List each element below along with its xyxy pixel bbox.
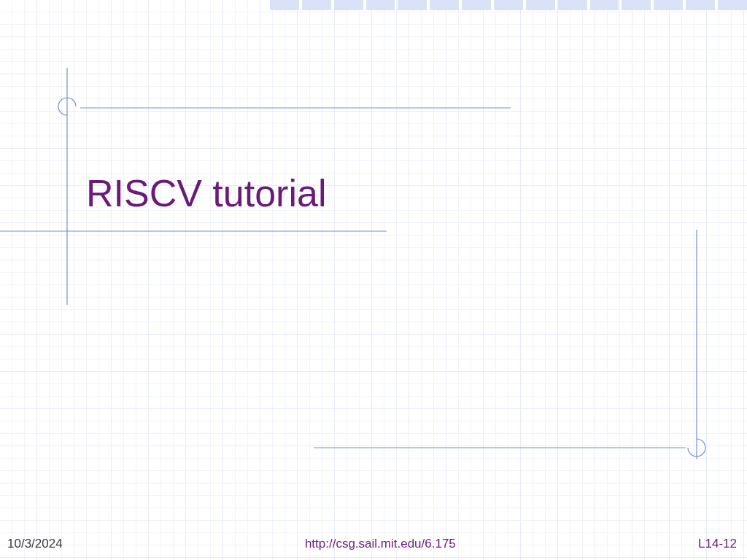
slide-title: RISCV tutorial <box>86 171 326 215</box>
footer-page: L14-12 <box>698 537 737 551</box>
footer-url: http://csg.sail.mit.edu/6.175 <box>305 537 456 551</box>
top-ribbon <box>270 0 747 10</box>
slide-footer: 10/3/2024 http://csg.sail.mit.edu/6.175 … <box>0 537 747 551</box>
grid-background <box>0 0 747 560</box>
footer-date: 10/3/2024 <box>7 537 63 551</box>
